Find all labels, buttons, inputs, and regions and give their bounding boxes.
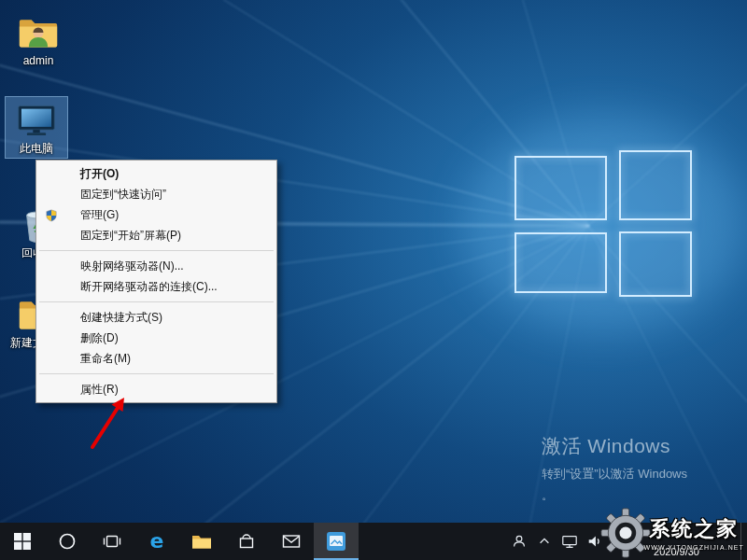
context-menu-item[interactable]: 打开(O) — [36, 163, 276, 184]
context-menu: 打开(O)固定到“快速访问”管理(G)固定到“开始”屏幕(P)映射网络驱动器(N… — [35, 160, 277, 403]
activation-subtitle: 转到“设置”以激活 Windows — [542, 466, 687, 483]
context-menu-item[interactable]: 属性(R) — [36, 379, 276, 399]
watermark-brand: 系统之家 — [649, 515, 739, 543]
menu-item-label: 管理(G) — [80, 208, 119, 221]
network-icon — [561, 533, 578, 550]
menu-separator — [39, 250, 274, 251]
tray-overflow-button[interactable] — [531, 523, 557, 560]
context-menu-item[interactable]: 映射网络驱动器(N)... — [36, 256, 276, 276]
store-bag-icon — [237, 532, 256, 551]
activation-title: 激活 Windows — [542, 433, 687, 459]
desktop-icon-admin[interactable]: admin — [7, 9, 69, 70]
windows-activation-watermark: 激活 Windows 转到“设置”以激活 Windows 。 — [542, 433, 687, 504]
this-pc-monitor-icon — [16, 100, 57, 141]
taskbar-mail-button[interactable] — [269, 523, 314, 560]
system-tray — [506, 523, 607, 560]
people-button[interactable] — [506, 523, 531, 560]
start-button[interactable] — [0, 523, 45, 560]
uac-shield-icon — [45, 208, 58, 221]
windows-logo-icon — [14, 533, 31, 550]
chevron-up-icon — [538, 535, 551, 548]
desktop-icon-this-pc[interactable]: 此电脑 — [6, 97, 67, 158]
menu-item-label: 属性(R) — [80, 383, 119, 396]
menu-separator — [39, 373, 274, 374]
svg-text:e: e — [150, 530, 164, 553]
context-menu-item[interactable]: 固定到“快速访问” — [36, 184, 276, 204]
menu-item-label: 打开(O) — [80, 167, 119, 180]
network-button[interactable] — [557, 523, 582, 560]
menu-item-label: 断开网络驱动器的连接(C)... — [80, 280, 218, 293]
taskbar-left: e — [0, 523, 359, 560]
context-menu-item[interactable]: 创建快捷方式(S) — [36, 307, 276, 328]
site-watermark: 系统之家 WWW.XITONGZHIJIA.NET — [599, 507, 744, 559]
context-menu-item[interactable]: 固定到“开始”屏幕(P) — [36, 225, 276, 245]
taskbar-file-explorer-button[interactable] — [179, 523, 224, 560]
context-menu-item[interactable]: 删除(D) — [36, 328, 276, 348]
user-folder-icon — [18, 12, 59, 53]
context-menu-items: 打开(O)固定到“快速访问”管理(G)固定到“开始”屏幕(P)映射网络驱动器(N… — [36, 163, 276, 399]
taskbar-edge-button[interactable]: e — [134, 523, 179, 560]
task-view-icon — [103, 532, 121, 551]
desktop-icon-label: admin — [23, 55, 54, 67]
context-menu-item[interactable]: 管理(G) — [36, 204, 276, 225]
watermark-url: WWW.XITONGZHIJIA.NET — [644, 544, 744, 551]
menu-item-label: 映射网络驱动器(N)... — [80, 259, 184, 273]
taskbar-store-button[interactable] — [224, 523, 269, 560]
edge-icon: e — [146, 530, 168, 553]
cortana-circle-icon — [58, 532, 77, 551]
mail-envelope-icon — [281, 531, 302, 552]
taskbar-active-app-button[interactable] — [314, 523, 359, 560]
file-explorer-icon — [191, 531, 212, 552]
menu-item-label: 删除(D) — [80, 331, 119, 344]
context-menu-item[interactable]: 断开网络驱动器的连接(C)... — [36, 276, 276, 297]
task-view-button[interactable] — [90, 523, 134, 560]
active-app-icon — [325, 530, 347, 553]
menu-item-label: 重命名(M) — [80, 352, 131, 365]
menu-item-label: 固定到“开始”屏幕(P) — [80, 229, 181, 242]
desktop-icon-label: 此电脑 — [20, 143, 53, 155]
menu-item-label: 创建快捷方式(S) — [80, 311, 162, 324]
menu-item-label: 固定到“快速访问” — [80, 188, 166, 201]
people-icon — [511, 533, 528, 550]
menu-separator — [39, 301, 274, 302]
context-menu-item[interactable]: 重命名(M) — [36, 348, 276, 369]
search-button[interactable] — [45, 523, 90, 560]
desktop: admin 此电脑 回收站 新建文件夹 激活 Windows 转到“设置”以激活… — [0, 0, 747, 560]
activation-period: 。 — [542, 487, 687, 504]
